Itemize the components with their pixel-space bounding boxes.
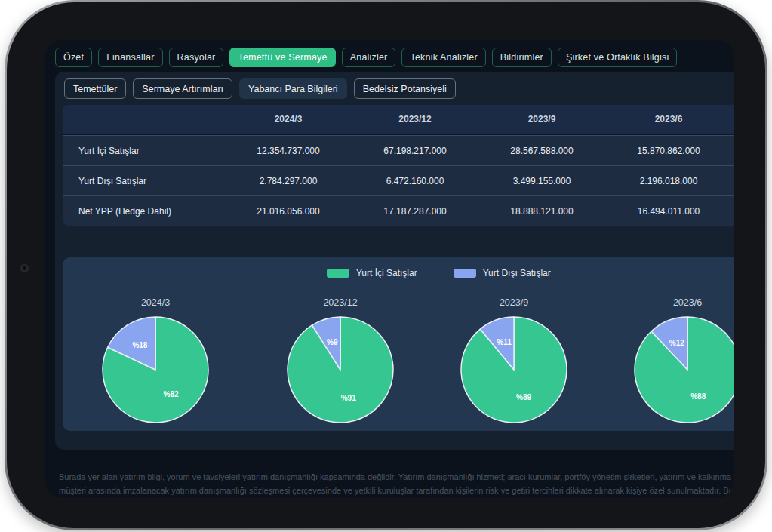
table-cell: 3.499.155.000 (478, 176, 605, 186)
pie-title: 2024/3 (99, 295, 212, 310)
table-cell: 17.187.287.000 (352, 206, 478, 217)
stage: ÖzetFinansallarRasyolarTemettü ve Sermay… (0, 0, 772, 532)
row-label: Yurt Dışı Satışlar (63, 176, 225, 186)
chart-legend: Yurt İçi SatışlarYurt Dışı Satışlar (327, 268, 551, 278)
pie-chart: %89%11 (457, 313, 571, 426)
tab-ozet[interactable]: Özet (55, 48, 92, 67)
tab-finansallar[interactable]: Finansallar (98, 48, 162, 67)
pie-chart: %88%12 (631, 313, 734, 426)
column-header-2024-3: 2024/3 (225, 114, 352, 125)
tab-rasyolar[interactable]: Rasyolar (169, 48, 224, 67)
subtab-sermaye-artirimlari[interactable]: Sermaye Artırımları (133, 78, 232, 99)
pie-slice-value-label: %88 (690, 392, 706, 401)
tab-teknik-analizler[interactable]: Teknik Analizler (401, 48, 485, 67)
pie-slice-value-label: %18 (132, 341, 147, 349)
row-label: Yurt İçi Satışlar (63, 146, 225, 156)
table-cell: 6.472.160.000 (352, 176, 478, 186)
table-cell: 2.196.018.000 (605, 176, 732, 186)
tab-temettu-ve-sermaye[interactable]: Temettü ve Sermaye (229, 48, 335, 67)
pie-slice-value-label: %9 (327, 338, 338, 346)
legend-label: Yurt İçi Satışlar (356, 268, 417, 278)
pie-title: 2023/6 (631, 295, 734, 310)
pie-title: 2023/12 (284, 295, 397, 310)
tab-sirket-ve-ortaklik-bilgisi[interactable]: Şirket ve Ortaklık Bilgisi (558, 48, 677, 67)
table-cell: 18.888.121.000 (478, 206, 605, 217)
tablet-camera-icon (20, 263, 29, 273)
pie-chart: %82%18 (99, 313, 212, 426)
subtab-bedelsiz-potansiyeli[interactable]: Bedelsiz Potansiyeli (354, 78, 456, 99)
disclaimer-line-1: Burada yer alan yatırım bilgi, yorum ve … (59, 470, 734, 484)
column-header-2023-12: 2023/12 (352, 114, 478, 125)
table-cell: 16.494.011.000 (605, 206, 732, 217)
tab-bildirimler[interactable]: Bildirimler (492, 48, 552, 67)
pie-slice-value-label: %11 (497, 338, 512, 346)
legend-label: Yurt Dışı Satışlar (483, 268, 551, 278)
table-header-row: 2024/32023/122023/92023/6 (63, 105, 734, 135)
content-panel: TemettülerSermaye ArtırımlarıYabancı Par… (55, 72, 734, 450)
pie-group-2023-9: 2023/9%89%11 (457, 295, 571, 426)
tablet-bezel: ÖzetFinansallarRasyolarTemettü ve Sermay… (7, 2, 765, 528)
main-tabs: ÖzetFinansallarRasyolarTemettü ve Sermay… (55, 48, 677, 67)
tab-analizler[interactable]: Analizler (342, 48, 396, 67)
column-header-2023-9: 2023/9 (478, 114, 605, 125)
subtab-temettuler[interactable]: Temettüler (64, 78, 126, 99)
table-row-yurt-disi-satislar: Yurt Dışı Satışlar2.784.297.0006.472.160… (63, 165, 734, 195)
legend-swatch-icon (454, 269, 476, 278)
pie-group-2023-12: 2023/12%91%9 (284, 295, 397, 426)
disclaimer-text: Burada yer alan yatırım bilgi, yorum ve … (59, 470, 734, 497)
table-cell: 21.016.056.000 (225, 206, 352, 217)
pie-chart: %91%9 (284, 313, 397, 426)
column-header-2023-6: 2023/6 (605, 114, 732, 125)
legend-item-yurt-i-ci-satislar[interactable]: Yurt İçi Satışlar (327, 268, 417, 278)
pie-group-2024-3: 2024/3%82%18 (99, 295, 212, 426)
pie-slice-value-label: %91 (341, 394, 356, 402)
table-cell: 2.784.297.000 (225, 176, 352, 186)
sub-tabs: TemettülerSermaye ArtırımlarıYabancı Par… (64, 78, 456, 99)
table-cell: 15.870.862.000 (605, 146, 732, 156)
subtab-yabanci-para-bilgileri[interactable]: Yabancı Para Bilgileri (239, 78, 347, 99)
row-label: Net YPP (Hedge Dahil) (63, 206, 225, 217)
tablet-frame: ÖzetFinansallarRasyolarTemettü ve Sermay… (5, 0, 767, 530)
table-cell: 12.354.737.000 (225, 146, 352, 156)
app-screen: ÖzetFinansallarRasyolarTemettü ve Sermay… (45, 40, 734, 498)
pie-charts-card: Yurt İçi SatışlarYurt Dışı Satışlar 2024… (63, 257, 734, 431)
pie-title: 2023/9 (457, 295, 571, 310)
table-cell: 67.198.217.000 (352, 146, 478, 156)
fx-data-table: 2024/32023/122023/92023/6Yurt İçi Satışl… (63, 105, 734, 226)
pie-slice-value-label: %89 (516, 393, 531, 401)
disclaimer-line-2: müşteri arasında imzalanacak yatırım dan… (59, 484, 734, 497)
table-row-yurt-i-ci-satislar: Yurt İçi Satışlar12.354.737.00067.198.21… (63, 135, 734, 165)
legend-item-yurt-disi-satislar[interactable]: Yurt Dışı Satışlar (454, 268, 551, 278)
pie-slice-value-label: %12 (669, 339, 684, 347)
pie-slice-value-label: %82 (164, 390, 179, 398)
table-row-net-ypp-hedge-dahil: Net YPP (Hedge Dahil)21.016.056.00017.18… (63, 195, 734, 226)
legend-swatch-icon (327, 269, 349, 278)
pie-group-2023-6: 2023/6%88%12 (631, 295, 734, 426)
table-cell: 28.567.588.000 (478, 146, 605, 156)
